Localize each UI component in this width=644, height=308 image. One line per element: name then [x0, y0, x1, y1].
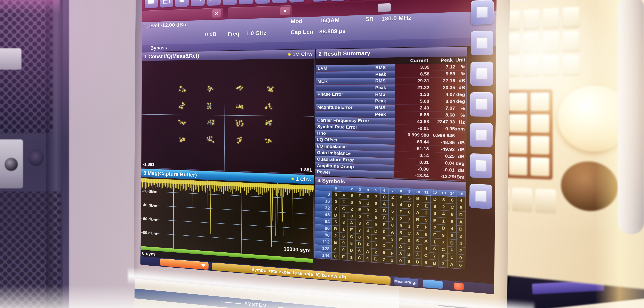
- mod-label: Mod: [290, 18, 302, 25]
- constellation-sample: [209, 138, 210, 139]
- softkey-windows[interactable]: [471, 0, 494, 25]
- redo-icon[interactable]: [206, 0, 221, 6]
- symbol-hex-cell: 5: [380, 249, 388, 256]
- symbol-hex-cell: A: [414, 209, 422, 216]
- result-current: 6.88: [420, 112, 429, 117]
- capture-buffer-window[interactable]: 3 Mag(Capture Buffer) 1 Clrw -20 dBm -40…: [140, 168, 314, 270]
- symbol-hex-cell: 4: [422, 245, 430, 252]
- constellation-sample: [270, 108, 272, 109]
- symbols-window[interactable]: 4 Symbols 012345678910111213141503A9F07C…: [314, 176, 466, 270]
- freq-label: Freq: [228, 31, 239, 37]
- symbol-hex-cell: 2: [388, 256, 396, 264]
- symbol-hex-cell: 6: [456, 261, 465, 269]
- softkey-icon: [476, 6, 488, 18]
- constellation-sample: [208, 90, 210, 92]
- result-current: 5.88: [420, 99, 429, 104]
- softkey-icon: [475, 190, 487, 202]
- sequence-refresh-icon[interactable]: S: [312, 0, 328, 2]
- help-icon[interactable]: ?: [348, 0, 364, 0]
- constellation-sample: [212, 89, 213, 90]
- constellation-sample: [268, 142, 269, 143]
- result-summary-window[interactable]: 2 Result Summary Current Peak Unit EVMRM…: [315, 46, 467, 181]
- symbol-hex-cell: A: [340, 192, 348, 199]
- symbol-hex-cell: 0: [380, 228, 388, 236]
- symbol-hex-cell: A: [448, 261, 456, 269]
- symbol-hex-cell: A: [456, 218, 465, 226]
- softkey-rail: [468, 0, 495, 217]
- symbol-hex-cell: C: [439, 246, 448, 254]
- result-current: 43.88: [417, 119, 429, 124]
- symbol-hex-cell: D: [430, 196, 439, 203]
- symbol-hex-cell: F: [430, 231, 439, 239]
- constellation-sample: [237, 125, 238, 126]
- progress-segment: [423, 280, 443, 289]
- result-peak: 0.05: [445, 126, 455, 131]
- result-peak: 2247.93: [437, 119, 455, 124]
- symbol-hex-cell: 8: [348, 212, 356, 220]
- symbols-row-label: 144: [314, 251, 332, 259]
- print-icon[interactable]: [175, 0, 189, 7]
- symbol-hex-cell: F: [397, 208, 405, 216]
- save-icon[interactable]: [160, 0, 174, 8]
- result-unit: ppm: [454, 126, 465, 132]
- result-unit: Hz: [459, 119, 465, 125]
- symbol-hex-cell: 6: [340, 233, 348, 240]
- symbol-hex-cell: 4: [448, 225, 456, 233]
- context-help-icon[interactable]: ?: [330, 0, 346, 1]
- symbol-hex-cell: C: [364, 220, 372, 228]
- open-file-icon[interactable]: [144, 0, 158, 8]
- constellation-sample: [180, 123, 181, 123]
- softkey-zoom-area[interactable]: [470, 92, 493, 117]
- constellation-sample: [184, 104, 185, 105]
- result-unit: dB: [458, 85, 465, 90]
- constellation-sample: [270, 120, 272, 122]
- symbol-hex-cell: B: [380, 235, 388, 243]
- symbol-hex-cell: 1: [439, 217, 448, 225]
- close-tab-icon[interactable]: ✕: [280, 6, 290, 15]
- select-pointer-icon[interactable]: [223, 0, 237, 5]
- undo-icon[interactable]: [191, 0, 205, 6]
- result-current: -63.44: [415, 139, 429, 145]
- close-tab-icon[interactable]: ✕: [212, 9, 221, 18]
- constellation-sample: [236, 88, 237, 89]
- y-axis-label: -20 dBm: [142, 189, 157, 194]
- symbol-hex-cell: 9: [348, 192, 356, 199]
- symbol-hex-cell: 5: [388, 208, 397, 215]
- constellation-sample: [180, 141, 180, 142]
- display-icon[interactable]: [289, 0, 304, 2]
- constellation-sample: [240, 89, 241, 90]
- result-peak: 0.999 946: [433, 133, 455, 138]
- channel-tab-2[interactable]: ✕: [228, 5, 292, 19]
- result-unit: dB: [458, 140, 464, 145]
- softkey-trace[interactable]: [470, 123, 493, 147]
- cabinet-grip: [0, 48, 22, 70]
- constellation-sample: [236, 138, 238, 139]
- result-row: Phase ErrorRMS1.334.07deg: [316, 91, 466, 98]
- symbol-hex-cell: 6: [448, 196, 457, 204]
- symbol-hex-cell: 1: [422, 195, 431, 203]
- softkey-settings[interactable]: [469, 184, 492, 209]
- system-label: SYSTEM: [244, 301, 267, 308]
- photo-scene: 1:1S?? ✕ ✕ f Level -12.00 dBm Mod 16QAM …: [0, 0, 644, 308]
- constellation-sample: [236, 124, 237, 125]
- measuring-indicator: Measuring...: [394, 277, 418, 287]
- window-control[interactable]: [378, 3, 391, 12]
- symbol-hex-cell: E: [372, 255, 380, 263]
- constellation-sample: [210, 140, 212, 141]
- symbols-col-header: 1: [340, 186, 348, 192]
- channel-tab-1[interactable]: ✕: [140, 8, 223, 22]
- zoom-1-1-icon[interactable]: 1:1: [272, 0, 287, 3]
- softkey-marker[interactable]: [470, 153, 492, 178]
- symbol-hex-cell: 7: [405, 216, 414, 223]
- constellation-sample: [207, 107, 209, 109]
- multi-window-zoom-icon[interactable]: [256, 0, 270, 4]
- result-unit: deg: [456, 99, 465, 104]
- symbol-hex-cell: C: [340, 205, 348, 212]
- constellation-window[interactable]: 1 Const I/Q(Meas&Ref) 1M Clrw -1.881 1.8…: [141, 49, 315, 174]
- softkey-split-display[interactable]: [470, 31, 494, 55]
- constellation-sample: [209, 136, 210, 138]
- constellation-sample: [241, 125, 243, 126]
- constellation-sample: [207, 138, 208, 140]
- softkey-table[interactable]: [470, 61, 493, 86]
- zoom-icon[interactable]: [239, 0, 254, 4]
